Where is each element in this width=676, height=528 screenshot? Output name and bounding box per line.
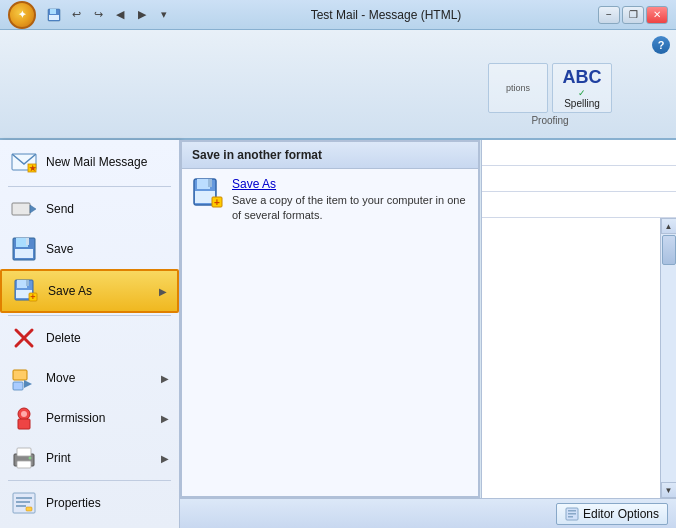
send-icon <box>10 195 38 223</box>
scrollbar: ▲ ▼ <box>660 218 676 498</box>
svg-point-29 <box>29 457 32 460</box>
menu-item-move[interactable]: Move ▶ <box>0 358 179 398</box>
svg-rect-45 <box>568 510 576 512</box>
properties-label: Properties <box>46 496 169 510</box>
spelling-label: Spelling <box>564 98 600 109</box>
save-as-icon: + <box>12 277 40 305</box>
office-icon: ✦ <box>18 9 26 20</box>
svg-text:+: + <box>214 197 220 208</box>
svg-rect-2 <box>49 15 59 20</box>
to-field[interactable] <box>482 140 676 166</box>
submenu-content: Save As Save a copy of the item to your … <box>232 177 468 224</box>
move-icon <box>10 364 38 392</box>
svg-rect-28 <box>17 461 31 468</box>
subject-field[interactable] <box>482 192 676 218</box>
svg-text:★: ★ <box>29 164 37 173</box>
menu-item-properties[interactable]: Properties <box>0 483 179 523</box>
save-icon <box>10 235 38 263</box>
save-label: Save <box>46 242 169 256</box>
svg-rect-24 <box>18 419 30 429</box>
submenu-item-title: Save As <box>232 177 468 191</box>
options-group-btn[interactable]: ptions <box>488 63 548 113</box>
close-button[interactable]: ✕ <box>646 6 668 24</box>
svg-marker-7 <box>30 205 36 213</box>
separator-3 <box>8 480 171 481</box>
quick-access-toolbar: ↩ ↪ ◀ ▶ ▾ <box>44 5 174 25</box>
restore-button[interactable]: ❐ <box>622 6 644 24</box>
spelling-group-btn[interactable]: ABC ✓ Spelling <box>552 63 612 113</box>
svg-rect-47 <box>568 516 573 518</box>
editor-options-label: Editor Options <box>583 507 659 521</box>
options-label: ptions <box>506 83 530 93</box>
separator-1 <box>8 186 171 187</box>
new-mail-label: New Mail Message <box>46 155 169 169</box>
menu-item-close[interactable]: Close <box>0 523 179 528</box>
forward-toolbar-btn[interactable]: ▶ <box>132 5 152 25</box>
submenu-item-save-as[interactable]: + Save As Save a copy of the item to you… <box>182 169 478 232</box>
minimize-button[interactable]: − <box>598 6 620 24</box>
office-button[interactable]: ✦ <box>8 1 36 29</box>
main-area: ▲ ▼ ★ New Mail Me <box>0 140 676 528</box>
svg-text:+: + <box>30 292 35 302</box>
svg-rect-31 <box>16 497 32 499</box>
svg-rect-6 <box>12 203 30 215</box>
back-toolbar-btn[interactable]: ◀ <box>110 5 130 25</box>
scroll-thumb[interactable] <box>662 235 676 265</box>
print-arrow: ▶ <box>161 453 169 464</box>
svg-rect-46 <box>568 513 576 515</box>
new-mail-icon: ★ <box>10 148 38 176</box>
svg-rect-20 <box>13 370 27 380</box>
move-arrow: ▶ <box>161 373 169 384</box>
submenu-panel: Save in another format + Save As Save a … <box>180 140 480 498</box>
permission-arrow: ▶ <box>161 413 169 424</box>
svg-rect-15 <box>26 280 29 286</box>
cc-field[interactable] <box>482 166 676 192</box>
window-title: Test Mail - Message (HTML) <box>174 8 598 22</box>
proofing-group-label: Proofing <box>531 115 568 126</box>
editor-options-button[interactable]: Editor Options <box>556 503 668 525</box>
scroll-up-arrow[interactable]: ▲ <box>661 218 677 234</box>
scroll-track <box>661 234 677 482</box>
svg-point-25 <box>21 411 27 417</box>
svg-rect-10 <box>15 249 33 258</box>
submenu-item-desc: Save a copy of the item to your computer… <box>232 193 468 224</box>
svg-rect-27 <box>17 448 31 456</box>
menu-item-send[interactable]: Send <box>0 189 179 229</box>
menu-item-print[interactable]: Print ▶ <box>0 438 179 478</box>
customize-toolbar-btn[interactable]: ▾ <box>154 5 174 25</box>
ribbon: ? ptions ABC ✓ Spelling Proofing <box>0 30 676 140</box>
window-controls: − ❐ ✕ <box>598 6 668 24</box>
permission-icon <box>10 404 38 432</box>
svg-marker-21 <box>24 380 32 388</box>
menu-item-delete[interactable]: Delete <box>0 318 179 358</box>
submenu-save-as-icon: + <box>192 177 224 209</box>
abc-text: ABC <box>563 67 602 88</box>
editor-options-bar: Editor Options <box>180 498 676 528</box>
send-label: Send <box>46 202 169 216</box>
scroll-down-arrow[interactable]: ▼ <box>661 482 677 498</box>
svg-rect-32 <box>16 501 30 503</box>
print-icon <box>10 444 38 472</box>
svg-rect-44 <box>566 508 578 520</box>
undo-toolbar-btn[interactable]: ↩ <box>66 5 86 25</box>
email-area: ▲ ▼ <box>481 140 676 498</box>
redo-toolbar-btn[interactable]: ↪ <box>88 5 108 25</box>
save-as-label: Save As <box>48 284 151 298</box>
svg-rect-41 <box>208 179 212 187</box>
email-body[interactable]: ▲ ▼ <box>482 218 676 498</box>
svg-rect-22 <box>13 382 23 390</box>
menu-item-save-as[interactable]: + Save As ▶ <box>0 269 179 313</box>
permission-label: Permission <box>46 411 153 425</box>
ribbon-right: ptions ABC ✓ Spelling Proofing <box>476 30 676 138</box>
proofing-group: ptions ABC ✓ Spelling Proofing <box>484 59 616 130</box>
checkmark: ✓ <box>578 88 586 98</box>
menu-item-permission[interactable]: Permission ▶ <box>0 398 179 438</box>
menu-item-save[interactable]: Save <box>0 229 179 269</box>
menu-item-new-mail[interactable]: ★ New Mail Message <box>0 140 179 184</box>
delete-label: Delete <box>46 331 169 345</box>
save-toolbar-btn[interactable] <box>44 5 64 25</box>
editor-options-icon <box>565 507 579 521</box>
title-bar: ✦ ↩ ↪ ◀ ▶ ▾ Test Mail - Message (HTML) −… <box>0 0 676 30</box>
svg-rect-1 <box>50 9 56 14</box>
svg-rect-33 <box>16 505 26 507</box>
